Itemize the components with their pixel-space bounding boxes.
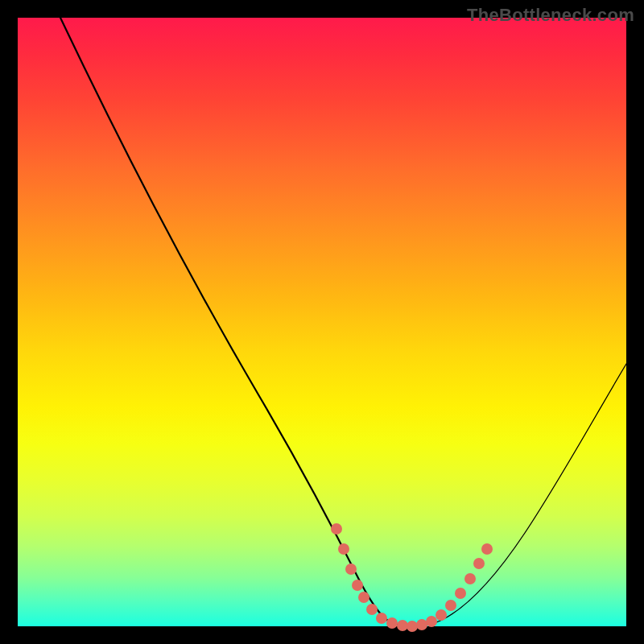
svg-point-3 (352, 580, 363, 591)
svg-point-2 (345, 564, 357, 575)
curve-left-branch (60, 18, 412, 626)
svg-point-6 (376, 613, 387, 624)
svg-point-4 (358, 592, 369, 603)
svg-point-16 (473, 558, 485, 569)
plot-area (18, 18, 626, 626)
svg-point-0 (331, 523, 342, 535)
svg-point-9 (407, 621, 418, 632)
svg-point-14 (455, 588, 466, 599)
watermark-text: TheBottleneck.com (467, 5, 634, 26)
svg-point-12 (436, 609, 447, 621)
curve-layer (18, 18, 626, 626)
svg-point-5 (366, 604, 378, 615)
svg-point-13 (445, 600, 456, 611)
svg-point-11 (426, 616, 437, 627)
chart-frame: TheBottleneck.com (0, 0, 644, 644)
marker-group (331, 523, 493, 632)
svg-point-1 (338, 543, 349, 555)
svg-point-10 (416, 619, 427, 630)
svg-point-7 (386, 617, 398, 629)
svg-point-17 (481, 543, 493, 555)
svg-point-8 (397, 620, 408, 631)
svg-point-15 (464, 573, 476, 584)
curve-right-branch (412, 364, 626, 626)
